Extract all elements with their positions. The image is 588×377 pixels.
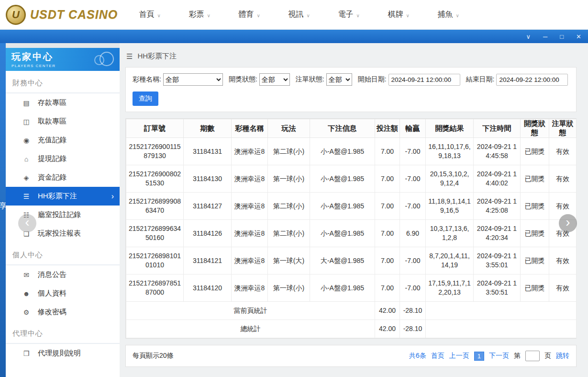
cell-bet_time: 2024-09-21 14:40:02 <box>474 165 521 193</box>
nav-item-sports[interactable]: 體育∨ <box>224 0 274 30</box>
cell-draw_result: 16,11,10,17,6,9,18,13 <box>426 138 474 165</box>
casino-chip-icon <box>100 52 114 66</box>
order-status-select[interactable]: 全部 <box>326 73 352 86</box>
jump-label-suffix: 页 <box>544 352 551 360</box>
cell-lottery: 澳洲幸运8 <box>232 165 268 193</box>
carousel-prev-button[interactable]: ‹ <box>18 214 36 232</box>
sidebar-item-profile[interactable]: ☻個人資料 <box>6 284 120 303</box>
chevron-down-icon: ∨ <box>207 13 211 18</box>
chevron-right-icon: › <box>566 215 570 230</box>
funds-record-icon: ◈ <box>22 174 31 182</box>
sidebar-item-hh-lottery-bets[interactable]: ☰HH彩票下注› <box>6 187 120 206</box>
carousel-next-button[interactable]: › <box>559 214 577 232</box>
table-header: 訂單號期數彩種名稱玩法下注信息投注額輸贏開獎結果下注時間開獎狀態注單狀態 <box>126 119 577 138</box>
end-date-input[interactable] <box>496 74 568 86</box>
sidebar-section-label-personal: 個人中心 <box>6 251 120 265</box>
cell-draw_result: 11,18,9,1,14,19,16,5 <box>426 193 474 220</box>
window-collapse-icon[interactable]: ∨ <box>526 34 531 40</box>
sidebar-item-funds-records[interactable]: ◈資金記錄 <box>6 168 120 187</box>
nav-item-label: 電子 <box>338 10 354 20</box>
withdrawal-record-icon: ⌂ <box>22 155 31 163</box>
sidebar-item-announcements[interactable]: ✉消息公告 <box>6 265 120 284</box>
cell-bet_time: 2024-09-21 14:20:34 <box>474 220 521 247</box>
page-size-text: 每頁顯示20條 <box>133 352 174 360</box>
nav-item-electronic[interactable]: 電子∨ <box>324 0 374 30</box>
cell-draw_result: 20,15,3,10,2,9,12,4 <box>426 165 474 193</box>
table-row: 215217268999086347031184127澳洲幸运8第二球(小)小-… <box>126 193 577 220</box>
sidebar-item-agent-rules[interactable]: ❒代理規則說明 <box>6 344 120 363</box>
sidebar-item-deposit-area[interactable]: ▤存款專區 <box>6 93 120 112</box>
column-header-order_no: 訂單號 <box>126 119 184 138</box>
cell-play: 第一球(小) <box>268 274 310 302</box>
logo-initial: U <box>12 9 20 21</box>
summary-empty <box>426 302 577 320</box>
sidebar: 玩家中心 PLAYERS CENTER 財務中心▤存款專區◫取款專區◉充值記錄⌂… <box>6 48 120 377</box>
cell-order_no: 2152172689963450160 <box>126 220 184 247</box>
sidebar-item-withdrawal-records[interactable]: ⌂提現記錄 <box>6 149 120 168</box>
lottery-bets-icon: ☰ <box>22 193 31 200</box>
cell-draw_status: 已開獎 <box>521 220 549 247</box>
window-controls: ∨ ─ □ ✕ <box>526 30 582 43</box>
start-date-label: 開始日期: <box>358 75 387 84</box>
table-row: 2152172690011587913031184131澳洲幸运8第二球(小)小… <box>126 138 577 165</box>
nav-item-label: 體育 <box>239 10 254 20</box>
sidebar-item-label: 充值記錄 <box>38 136 67 145</box>
cell-bet_info: 小-A盤@1.985 <box>310 193 375 220</box>
nav-item-chess[interactable]: 棋牌∨ <box>374 0 423 30</box>
sidebar-item-change-password[interactable]: ⚙修改密碼 <box>6 303 120 321</box>
announcement-icon: ✉ <box>22 271 31 279</box>
sidebar-item-recharge-records[interactable]: ◉充值記錄 <box>6 131 120 149</box>
window-maximize-icon[interactable]: □ <box>560 34 564 40</box>
nav-item-fishing[interactable]: 捕魚∨ <box>423 0 473 30</box>
breadcrumb: ☰ HH彩票下注 <box>120 43 588 67</box>
summary-row: 當前頁統計42.00-28.10 <box>126 302 577 320</box>
sidebar-item-label: 個人資料 <box>38 289 67 298</box>
jump-button[interactable]: 跳转 <box>556 352 569 360</box>
prev-page-link[interactable]: 上一页 <box>449 352 469 360</box>
sidebar-section-label-finance: 財務中心 <box>6 79 120 93</box>
cell-play: 第二球(小) <box>268 220 310 247</box>
cell-win_loss: -7.00 <box>400 247 426 274</box>
cell-draw_status: 已開獎 <box>521 193 549 220</box>
table-body: 2152172690011587913031184131澳洲幸运8第二球(小)小… <box>126 138 577 338</box>
summary-row: 總統計42.00-28.10 <box>126 320 577 338</box>
draw-status-select[interactable]: 全部 <box>259 73 290 86</box>
cell-win_loss: 6.90 <box>400 220 426 247</box>
cell-bet_amount: 7.00 <box>375 193 400 220</box>
page-jump-input[interactable] <box>525 351 540 361</box>
summary-bet-amount: 42.00 <box>375 320 400 338</box>
start-date-input[interactable] <box>388 74 460 86</box>
column-header-bet_time: 下注時間 <box>474 119 521 138</box>
nav-item-lottery[interactable]: 彩票∨ <box>175 0 224 30</box>
cell-play: 第一球(大) <box>268 247 310 274</box>
window-close-icon[interactable]: ✕ <box>576 34 581 40</box>
chevron-down-icon: ∨ <box>406 13 410 18</box>
nav-item-video[interactable]: 視訊∨ <box>274 0 324 30</box>
withdraw-icon: ◫ <box>22 118 31 126</box>
filter-panel: 彩種名稱: 全部 開獎狀態: 全部 注單狀態: 全部 開始日期: 結束日期: <box>125 67 577 112</box>
cell-play: 第二球(小) <box>268 193 310 220</box>
cell-order_status: 有效 <box>549 274 577 302</box>
table-row: 215217268996345016031184126澳洲幸运8第二球(小)小-… <box>126 220 577 247</box>
cell-draw_status: 已開獎 <box>521 247 549 274</box>
window-minimize-icon[interactable]: ─ <box>543 34 547 40</box>
next-page-link[interactable]: 下一页 <box>489 352 509 360</box>
menu-toggle-icon[interactable]: ☰ <box>126 52 133 61</box>
summary-win-loss: -28.10 <box>400 320 426 338</box>
current-page[interactable]: 1 <box>474 352 484 361</box>
first-page-link[interactable]: 首页 <box>431 352 444 360</box>
sidebar-header: 玩家中心 PLAYERS CENTER <box>6 48 120 71</box>
cell-period: 31184120 <box>184 274 232 302</box>
sidebar-item-label: 提現記錄 <box>38 154 67 163</box>
cell-lottery: 澳洲幸运8 <box>232 274 268 302</box>
sidebar-item-withdraw-area[interactable]: ◫取款專區 <box>6 112 120 131</box>
column-header-win_loss: 輸贏 <box>400 119 426 138</box>
cell-bet_amount: 7.00 <box>375 247 400 274</box>
bets-table: 訂單號期數彩種名稱玩法下注信息投注額輸贏開獎結果下注時間開獎狀態注單狀態 215… <box>126 119 577 338</box>
summary-label: 總統計 <box>126 320 375 338</box>
lottery-name-select[interactable]: 全部 <box>163 73 223 86</box>
column-header-play: 玩法 <box>268 119 310 138</box>
search-button[interactable]: 查詢 <box>133 91 158 106</box>
nav-item-home[interactable]: 首頁∨ <box>125 0 175 30</box>
logo[interactable]: U USDT CASINO <box>6 5 118 25</box>
